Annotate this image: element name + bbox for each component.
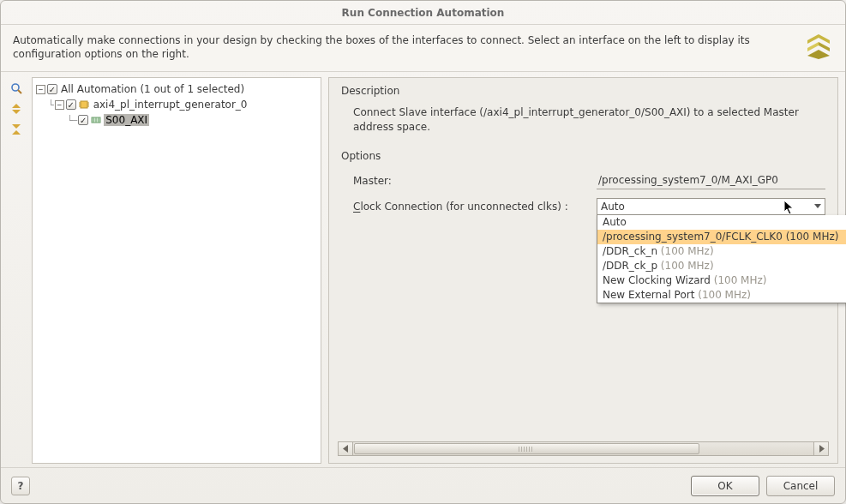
tree-row-root[interactable]: − ✓ All Automation (1 out of 1 selected) (36, 81, 317, 97)
detail-pane: Description Connect Slave interface (/ax… (328, 77, 838, 464)
help-button[interactable]: ? (11, 477, 30, 495)
svg-line-6 (18, 90, 21, 93)
scroll-thumb[interactable] (354, 443, 699, 454)
svg-marker-4 (807, 50, 830, 59)
svg-marker-9 (12, 124, 21, 129)
tree-label: All Automation (1 out of 1 selected) (59, 83, 246, 95)
svg-marker-8 (12, 110, 21, 114)
collapse-all-icon[interactable] (9, 122, 24, 137)
automation-tree: − ✓ All Automation (1 out of 1 selected)… (36, 81, 317, 128)
bus-interface-icon (90, 115, 102, 125)
master-label: Master: (353, 175, 593, 187)
vendor-logo-icon (804, 32, 833, 61)
scroll-track[interactable] (353, 442, 813, 455)
svg-marker-2 (819, 42, 830, 51)
intro-text: Automatically make connections in your d… (13, 33, 795, 61)
tree-label: axi4_pl_interrupt_generator_0 (92, 99, 249, 111)
options-section: Options (329, 143, 837, 169)
svg-marker-7 (12, 104, 21, 108)
dropdown-item-highlighted[interactable]: /processing_system7_0/FCLK_CLK0 (100 MHz… (597, 230, 846, 244)
tree-connector-icon: └─ (67, 115, 76, 126)
scroll-right-icon[interactable] (813, 442, 828, 455)
description-text: Connect Slave interface (/axi4_pl_interr… (329, 104, 837, 143)
clock-dropdown[interactable]: Auto /processing_system7_0/FCLK_CLK0 (10… (597, 215, 846, 303)
combo-field[interactable]: Auto (597, 198, 825, 215)
tree-row-interface[interactable]: └─ ✓ S00_AXI (36, 112, 317, 128)
svg-marker-0 (819, 34, 830, 44)
svg-point-5 (12, 84, 19, 91)
svg-rect-11 (81, 101, 87, 108)
svg-marker-24 (819, 445, 825, 453)
tree-checkbox[interactable]: ✓ (47, 84, 57, 94)
dropdown-item[interactable]: New External Port (100 MHz) (597, 288, 846, 303)
clock-connection-label: Clock Connection (for unconnected clks) … (353, 201, 593, 213)
tree-label-selected: S00_AXI (104, 114, 149, 126)
description-section: Description (329, 78, 837, 104)
options-grid: Master: /processing_system7_0/M_AXI_GP0 … (329, 169, 837, 215)
tree-pane[interactable]: − ✓ All Automation (1 out of 1 selected)… (32, 77, 321, 464)
dropdown-item[interactable]: /DDR_ck_p (100 MHz) (597, 259, 846, 273)
dialog-window: Run Connection Automation Automatically … (0, 0, 846, 504)
chevron-down-icon (814, 204, 821, 208)
tree-toggle-icon[interactable]: − (36, 85, 45, 94)
tree-connector-icon: └ (48, 99, 53, 111)
dialog-body: − ✓ All Automation (1 out of 1 selected)… (1, 72, 845, 467)
dropdown-item[interactable]: New Clocking Wizard (100 MHz) (597, 273, 846, 288)
svg-marker-10 (12, 130, 21, 135)
svg-marker-3 (807, 42, 819, 51)
search-icon[interactable] (9, 81, 24, 96)
tree-toggle-icon[interactable]: − (55, 100, 64, 110)
options-heading: Options (341, 150, 825, 162)
svg-marker-1 (807, 34, 819, 44)
description-heading: Description (341, 85, 825, 97)
tree-row-ipcore[interactable]: └ − ✓ axi4_pl_interrupt_generator_0 (36, 97, 317, 112)
ok-button[interactable]: OK (691, 476, 759, 496)
dropdown-item[interactable]: Auto (597, 215, 846, 230)
left-toolbar (8, 77, 25, 464)
intro-bar: Automatically make connections in your d… (1, 25, 845, 72)
tree-checkbox[interactable]: ✓ (78, 115, 88, 125)
clock-connection-combo[interactable]: Auto Auto /processing_system7_0/FCLK_CLK… (597, 198, 825, 215)
tree-checkbox[interactable]: ✓ (66, 99, 76, 110)
combo-value: Auto (601, 201, 625, 213)
scroll-left-icon[interactable] (339, 442, 353, 455)
cancel-button[interactable]: Cancel (766, 476, 835, 496)
horizontal-scrollbar[interactable] (338, 441, 829, 456)
dialog-footer: ? OK Cancel (1, 467, 845, 503)
svg-marker-23 (343, 445, 348, 453)
master-value[interactable]: /processing_system7_0/M_AXI_GP0 (597, 172, 825, 189)
expand-all-icon[interactable] (9, 101, 24, 117)
dialog-title: Run Connection Automation (1, 1, 845, 25)
dropdown-item[interactable]: /DDR_ck_n (100 MHz) (597, 244, 846, 259)
ip-core-icon (78, 99, 90, 110)
